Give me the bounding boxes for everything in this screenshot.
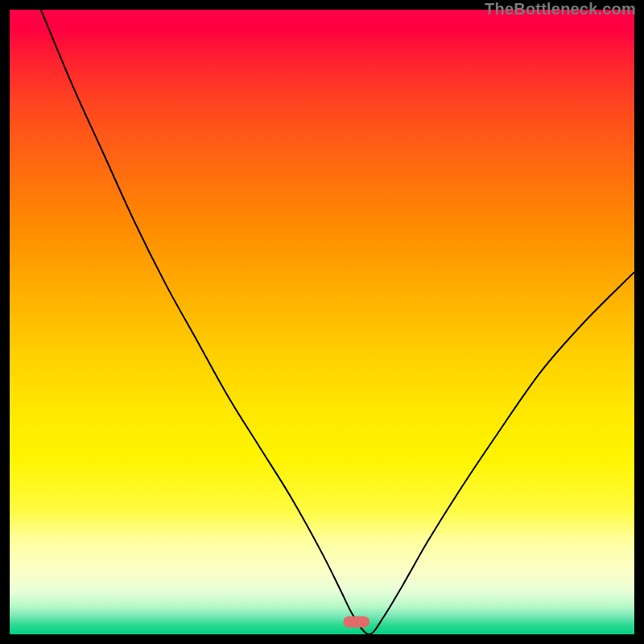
chart-frame: TheBottleneck.com bbox=[0, 0, 644, 644]
plot-area bbox=[10, 10, 634, 634]
optimum-marker bbox=[10, 10, 634, 634]
optimum-marker-pill bbox=[343, 617, 369, 628]
watermark-text: TheBottleneck.com bbox=[485, 0, 636, 19]
